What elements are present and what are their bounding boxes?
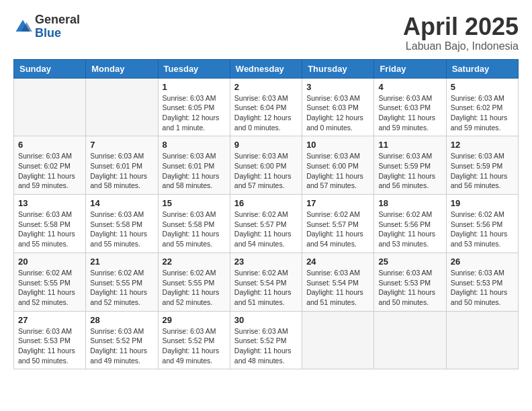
day-info: Sunrise: 6:03 AM Sunset: 5:53 PM Dayligh… [378,268,441,308]
day-info: Sunrise: 6:03 AM Sunset: 5:58 PM Dayligh… [90,210,153,249]
calendar-cell: 25Sunrise: 6:03 AM Sunset: 5:53 PM Dayli… [374,253,446,311]
day-header-thursday: Thursday [302,59,374,78]
day-info: Sunrise: 6:03 AM Sunset: 6:02 PM Dayligh… [18,151,81,191]
day-number: 8 [163,140,226,150]
calendar-cell: 19Sunrise: 6:02 AM Sunset: 5:56 PM Dayli… [446,195,518,253]
day-header-monday: Monday [86,59,158,78]
day-number: 2 [234,82,298,92]
day-info: Sunrise: 6:03 AM Sunset: 6:00 PM Dayligh… [234,151,298,191]
calendar-cell: 3Sunrise: 6:03 AM Sunset: 6:03 PM Daylig… [302,78,374,136]
day-info: Sunrise: 6:03 AM Sunset: 6:00 PM Dayligh… [306,151,369,191]
day-number: 3 [306,82,369,92]
calendar-cell: 20Sunrise: 6:02 AM Sunset: 5:55 PM Dayli… [14,253,86,311]
day-number: 12 [451,140,514,150]
day-number: 29 [163,315,226,325]
location-subtitle: Labuan Bajo, Indonesia [403,40,519,52]
day-header-friday: Friday [374,59,446,78]
calendar-cell: 14Sunrise: 6:03 AM Sunset: 5:58 PM Dayli… [86,195,158,253]
day-info: Sunrise: 6:02 AM Sunset: 5:54 PM Dayligh… [234,268,298,308]
day-info: Sunrise: 6:03 AM Sunset: 6:04 PM Dayligh… [234,93,298,133]
calendar-cell: 21Sunrise: 6:02 AM Sunset: 5:55 PM Dayli… [86,253,158,311]
calendar-cell: 23Sunrise: 6:02 AM Sunset: 5:54 PM Dayli… [230,253,302,311]
calendar-cell: 4Sunrise: 6:03 AM Sunset: 6:03 PM Daylig… [374,78,446,136]
calendar-cell: 2Sunrise: 6:03 AM Sunset: 6:04 PM Daylig… [230,78,302,136]
day-number: 20 [18,257,81,267]
calendar-week-row: 13Sunrise: 6:03 AM Sunset: 5:58 PM Dayli… [14,195,519,253]
day-number: 25 [378,257,441,267]
calendar-cell: 16Sunrise: 6:02 AM Sunset: 5:57 PM Dayli… [230,195,302,253]
day-info: Sunrise: 6:03 AM Sunset: 5:58 PM Dayligh… [18,210,81,249]
day-info: Sunrise: 6:02 AM Sunset: 5:55 PM Dayligh… [163,268,226,308]
day-number: 1 [163,82,226,92]
calendar-week-row: 1Sunrise: 6:03 AM Sunset: 6:05 PM Daylig… [14,78,519,136]
calendar-table: SundayMondayTuesdayWednesdayThursdayFrid… [13,59,519,370]
calendar-cell: 12Sunrise: 6:03 AM Sunset: 5:59 PM Dayli… [446,136,518,195]
day-number: 19 [451,198,514,208]
day-number: 26 [451,257,514,267]
calendar-cell: 29Sunrise: 6:03 AM Sunset: 5:52 PM Dayli… [158,311,230,369]
day-info: Sunrise: 6:03 AM Sunset: 5:54 PM Dayligh… [306,268,369,308]
calendar-cell: 8Sunrise: 6:03 AM Sunset: 6:01 PM Daylig… [158,136,230,195]
calendar-cell [14,78,86,136]
calendar-cell: 18Sunrise: 6:02 AM Sunset: 5:56 PM Dayli… [374,195,446,253]
day-number: 10 [306,140,369,150]
calendar-cell [446,311,518,369]
day-info: Sunrise: 6:03 AM Sunset: 5:52 PM Dayligh… [163,326,226,366]
day-info: Sunrise: 6:03 AM Sunset: 6:01 PM Dayligh… [90,151,153,191]
day-header-wednesday: Wednesday [230,59,302,78]
header: General Blue April 2025 Labuan Bajo, Ind… [13,13,519,52]
day-info: Sunrise: 6:03 AM Sunset: 6:03 PM Dayligh… [378,93,441,133]
day-info: Sunrise: 6:02 AM Sunset: 5:55 PM Dayligh… [18,268,81,308]
day-info: Sunrise: 6:03 AM Sunset: 5:53 PM Dayligh… [451,268,514,308]
day-info: Sunrise: 6:03 AM Sunset: 5:58 PM Dayligh… [163,210,226,249]
day-info: Sunrise: 6:03 AM Sunset: 6:02 PM Dayligh… [451,93,514,133]
day-number: 23 [234,257,298,267]
calendar-cell: 28Sunrise: 6:03 AM Sunset: 5:52 PM Dayli… [86,311,158,369]
calendar-cell: 1Sunrise: 6:03 AM Sunset: 6:05 PM Daylig… [158,78,230,136]
calendar-cell: 17Sunrise: 6:02 AM Sunset: 5:57 PM Dayli… [302,195,374,253]
day-number: 4 [378,82,441,92]
calendar-cell: 7Sunrise: 6:03 AM Sunset: 6:01 PM Daylig… [86,136,158,195]
day-info: Sunrise: 6:03 AM Sunset: 6:03 PM Dayligh… [306,93,369,133]
calendar-cell: 22Sunrise: 6:02 AM Sunset: 5:55 PM Dayli… [158,253,230,311]
day-number: 28 [90,315,153,325]
day-info: Sunrise: 6:03 AM Sunset: 5:52 PM Dayligh… [90,326,153,366]
day-number: 17 [306,198,369,208]
calendar-header-row: SundayMondayTuesdayWednesdayThursdayFrid… [14,59,519,78]
day-info: Sunrise: 6:03 AM Sunset: 5:53 PM Dayligh… [18,326,81,366]
day-number: 16 [234,198,298,208]
day-info: Sunrise: 6:03 AM Sunset: 5:59 PM Dayligh… [378,151,441,191]
calendar-week-row: 20Sunrise: 6:02 AM Sunset: 5:55 PM Dayli… [14,253,519,311]
day-number: 15 [163,198,226,208]
calendar-cell: 27Sunrise: 6:03 AM Sunset: 5:53 PM Dayli… [14,311,86,369]
title-area: April 2025 Labuan Bajo, Indonesia [403,13,519,52]
day-header-sunday: Sunday [14,59,86,78]
day-number: 9 [234,140,298,150]
day-info: Sunrise: 6:02 AM Sunset: 5:56 PM Dayligh… [451,210,514,249]
logo-blue: Blue [35,27,80,40]
calendar-cell: 24Sunrise: 6:03 AM Sunset: 5:54 PM Dayli… [302,253,374,311]
day-number: 21 [90,257,153,267]
calendar-cell: 6Sunrise: 6:03 AM Sunset: 6:02 PM Daylig… [14,136,86,195]
logo-text: General Blue [35,13,80,40]
day-info: Sunrise: 6:03 AM Sunset: 6:05 PM Dayligh… [163,93,226,133]
calendar-cell [302,311,374,369]
calendar-title: April 2025 [403,13,519,40]
calendar-week-row: 27Sunrise: 6:03 AM Sunset: 5:53 PM Dayli… [14,311,519,369]
calendar-cell: 15Sunrise: 6:03 AM Sunset: 5:58 PM Dayli… [158,195,230,253]
logo-general: General [35,13,80,27]
day-number: 5 [451,82,514,92]
day-header-tuesday: Tuesday [158,59,230,78]
day-info: Sunrise: 6:02 AM Sunset: 5:56 PM Dayligh… [378,210,441,249]
day-number: 27 [18,315,81,325]
day-info: Sunrise: 6:02 AM Sunset: 5:55 PM Dayligh… [90,268,153,308]
day-number: 11 [378,140,441,150]
day-number: 13 [18,198,81,208]
calendar-cell: 11Sunrise: 6:03 AM Sunset: 5:59 PM Dayli… [374,136,446,195]
day-number: 14 [90,198,153,208]
calendar-cell: 10Sunrise: 6:03 AM Sunset: 6:00 PM Dayli… [302,136,374,195]
day-info: Sunrise: 6:02 AM Sunset: 5:57 PM Dayligh… [306,210,369,249]
logo-icon [13,17,32,36]
calendar-cell: 13Sunrise: 6:03 AM Sunset: 5:58 PM Dayli… [14,195,86,253]
day-number: 18 [378,198,441,208]
